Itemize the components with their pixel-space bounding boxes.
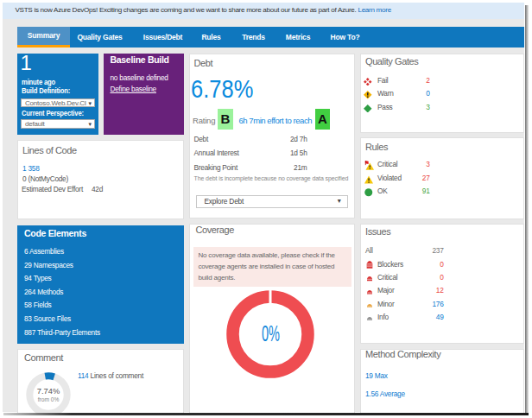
svg-text:0%: 0% [262,321,280,345]
svg-text:7.74%: 7.74% [37,387,60,396]
svg-text:from 0%: from 0% [38,396,60,402]
